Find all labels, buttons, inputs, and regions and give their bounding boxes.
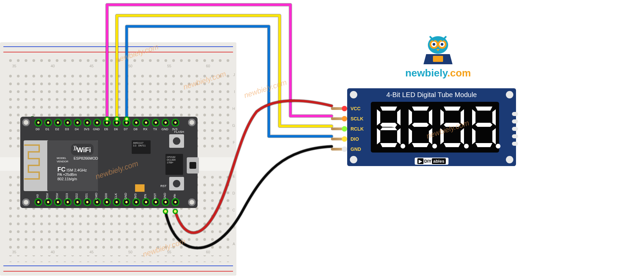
esp-antenna-icon xyxy=(22,143,41,184)
pin-d3: D3 xyxy=(63,128,71,131)
digit-2 xyxy=(407,106,434,148)
micro-usb-port-icon[interactable] xyxy=(187,157,199,174)
esp-pins-top xyxy=(34,119,179,126)
wifi-logo-icon: ))WiFi xyxy=(71,144,94,155)
module-pin-sclk: SCLK xyxy=(331,116,363,121)
svg-marker-26 xyxy=(409,109,412,125)
svg-marker-24 xyxy=(412,123,429,127)
svg-point-11 xyxy=(433,43,435,46)
svg-marker-39 xyxy=(475,143,492,147)
capacitor-icon xyxy=(135,184,145,192)
svg-marker-41 xyxy=(492,109,496,125)
svg-marker-36 xyxy=(461,128,464,144)
usb-serial-ic: CP2102 DCL00X 1708+ xyxy=(165,154,183,175)
svg-rect-7 xyxy=(433,56,443,62)
pin-d0: D0 xyxy=(34,128,42,131)
svg-marker-42 xyxy=(472,128,475,144)
pin-vin: Vin xyxy=(173,192,176,200)
svg-marker-25 xyxy=(412,143,429,147)
pin-d6: D6 xyxy=(112,128,120,131)
svg-marker-32 xyxy=(444,143,461,147)
svg-marker-30 xyxy=(444,107,461,111)
svg-marker-40 xyxy=(472,109,475,125)
svg-marker-33 xyxy=(440,109,444,125)
module-title: 4-Bit LED Digital Tube Module xyxy=(347,91,516,99)
esp-chip-label: ESP8266MOD xyxy=(74,157,98,160)
pin-a0: A0 xyxy=(36,192,39,200)
module-pin-dio: DIO xyxy=(331,136,359,142)
pin-tx: TX xyxy=(151,128,159,131)
pin-d1: D1 xyxy=(44,128,51,131)
svg-marker-21 xyxy=(377,128,380,144)
svg-rect-4 xyxy=(7,255,230,262)
pin-d5: D5 xyxy=(102,128,110,131)
svg-marker-19 xyxy=(377,109,380,125)
digit-4 xyxy=(471,106,497,148)
brand-tld: .com xyxy=(447,67,471,78)
owl-icon xyxy=(416,32,460,66)
svg-marker-18 xyxy=(380,143,397,147)
diyables-logo: ▶DIYables xyxy=(347,158,516,165)
svg-marker-17 xyxy=(380,123,397,127)
flash-button[interactable] xyxy=(169,134,184,148)
pin-d4: D4 xyxy=(73,128,81,131)
watermark: newbiely.com xyxy=(243,78,288,100)
svg-marker-23 xyxy=(412,107,429,111)
pin-3v3: 3V3 xyxy=(83,128,91,131)
module-pin-rclk: RCLK xyxy=(331,126,364,132)
brand-name: newbiely xyxy=(405,67,447,78)
digit-1 xyxy=(376,106,402,148)
svg-marker-22 xyxy=(397,128,401,144)
pin-gnd-bot: GND xyxy=(124,192,127,200)
svg-marker-28 xyxy=(409,128,412,144)
svg-marker-37 xyxy=(475,107,492,111)
seven-segment-display xyxy=(371,102,499,153)
led-digital-tube-module: 4-Bit LED Digital Tube Module VCC SCLK R… xyxy=(347,88,516,166)
flash-button-label: FLASH xyxy=(174,130,184,134)
newbiely-logo: newbiely.com xyxy=(405,32,471,79)
esp-model-label: MODEL VENDOR xyxy=(57,157,68,163)
svg-marker-38 xyxy=(475,123,492,127)
svg-marker-27 xyxy=(429,109,432,125)
reset-button-label: RST xyxy=(160,184,166,188)
module-output-pads xyxy=(512,112,518,146)
svg-marker-20 xyxy=(397,109,401,125)
module-pin-vcc: VCC xyxy=(331,106,361,111)
pin-gnd: GND xyxy=(93,128,100,131)
module-pin-gnd: GND xyxy=(331,146,361,152)
reset-button[interactable] xyxy=(169,177,184,190)
esp8266-nodemcu-board: D0 D1 D2 D3 D4 3V3 GND D5 D6 D7 D8 RX TX… xyxy=(20,117,198,208)
pin-d2: D2 xyxy=(53,128,61,131)
esp-fcc-spec: FC ISM 2.4GHz PA +25dBm 802.11b/g/n xyxy=(57,167,87,181)
pin-gnd2: GND xyxy=(161,128,169,131)
svg-marker-15 xyxy=(380,107,397,111)
pin-d7: D7 xyxy=(122,128,130,131)
pin-rx: RX xyxy=(141,128,149,131)
svg-point-14 xyxy=(441,43,443,46)
voltage-regulator-ic: AMS1117 3.3 DN711 xyxy=(132,140,151,154)
svg-marker-43 xyxy=(492,128,496,144)
pin-d8: D8 xyxy=(132,128,139,131)
